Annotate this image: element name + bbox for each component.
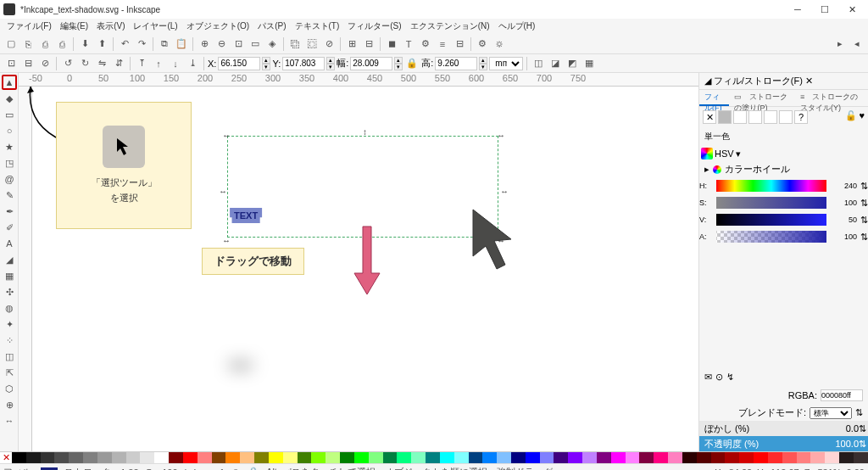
color-swatch[interactable] — [354, 452, 369, 463]
scale-corners-icon[interactable]: ◪ — [548, 56, 563, 71]
move-pattern-icon[interactable]: ▦ — [581, 56, 597, 71]
blur-row[interactable]: ぼかし (%)0.0⇅ — [699, 421, 868, 436]
swap-icon[interactable]: ↯ — [726, 372, 734, 383]
h-dn[interactable]: ▾ — [479, 64, 487, 70]
tweak-tool[interactable]: ✦ — [2, 316, 17, 332]
import-icon[interactable]: ⬇ — [77, 36, 92, 52]
color-swatch[interactable] — [626, 452, 640, 463]
bucket-tool[interactable]: ◍ — [2, 300, 17, 316]
color-swatch[interactable] — [383, 452, 398, 463]
menu-filters[interactable]: フィルター(S) — [344, 20, 404, 33]
color-swatch[interactable] — [810, 452, 825, 463]
lpe-tool[interactable]: ⬡ — [2, 381, 17, 396]
color-swatch[interactable] — [225, 452, 240, 463]
spiral-tool[interactable]: @ — [2, 171, 17, 187]
unlink-icon[interactable]: ⊘ — [321, 36, 337, 52]
duplicate-icon[interactable]: ⿻ — [287, 36, 303, 52]
color-swatch[interactable] — [311, 452, 326, 463]
color-swatch[interactable] — [668, 452, 682, 463]
mode-none[interactable]: ✕ — [703, 110, 716, 124]
scale-stroke-icon[interactable]: ◫ — [531, 56, 546, 71]
3dbox-tool[interactable]: ◳ — [2, 155, 17, 171]
undo-icon[interactable]: ↶ — [117, 36, 132, 52]
color-swatch[interactable] — [97, 452, 112, 463]
zoom-fit-icon[interactable]: ⊡ — [231, 36, 246, 52]
menu-text[interactable]: テキスト(T) — [292, 20, 343, 33]
color-swatch[interactable] — [426, 452, 440, 463]
select-all-icon[interactable]: ⊡ — [3, 56, 19, 71]
color-swatch[interactable] — [540, 452, 554, 463]
group-icon[interactable]: ⊞ — [344, 36, 359, 52]
x-input[interactable] — [218, 57, 260, 70]
paste-icon[interactable]: 📋 — [174, 36, 189, 52]
unit-select[interactable]: mm — [489, 57, 523, 70]
text-icon[interactable]: T — [401, 36, 416, 52]
color-swatch[interactable] — [369, 452, 383, 463]
layer-indicator[interactable]: Layer 1 — [193, 467, 225, 471]
dropper-tool[interactable]: ✣ — [2, 284, 17, 299]
color-swatch[interactable] — [269, 452, 283, 463]
handle-l[interactable]: ↔ — [219, 187, 225, 193]
mesh-tool[interactable]: ▦ — [2, 268, 17, 283]
zoom-value[interactable]: 531% — [817, 467, 841, 471]
color-swatch[interactable] — [825, 452, 839, 463]
mode-pattern[interactable] — [764, 110, 777, 124]
color-swatch[interactable] — [154, 452, 169, 463]
mode-radial[interactable] — [748, 110, 762, 124]
pencil-tool[interactable]: ✎ — [2, 187, 17, 203]
color-swatch[interactable] — [298, 452, 312, 463]
print-icon[interactable]: ⎙ — [54, 36, 70, 52]
menu-help[interactable]: ヘルプ(H) — [495, 20, 539, 33]
tab-stroke-paint[interactable]: ▭ ストロークの塗り(P) — [729, 90, 794, 106]
panel-close-icon[interactable]: ✕ — [805, 76, 813, 87]
y-dn[interactable]: ▾ — [326, 64, 335, 70]
color-swatch[interactable] — [254, 452, 269, 463]
copy-icon[interactable]: ⧉ — [157, 36, 172, 52]
deselect-icon[interactable]: ⊘ — [37, 56, 53, 71]
close-button[interactable]: ✕ — [839, 1, 865, 18]
lower-bottom-icon[interactable]: ⤓ — [185, 56, 200, 71]
ellipse-tool[interactable]: ○ — [2, 123, 17, 138]
x-dn[interactable]: ▾ — [262, 64, 270, 70]
x-up[interactable]: ▴ — [262, 57, 270, 64]
color-swatch[interactable] — [526, 452, 540, 463]
handle-bl[interactable]: ↔ — [222, 236, 229, 243]
color-swatch[interactable] — [326, 452, 340, 463]
color-swatch[interactable] — [654, 452, 668, 463]
clone-icon[interactable]: ⿴ — [304, 36, 320, 52]
menu-view[interactable]: 表示(V) — [93, 20, 128, 33]
color-swatch[interactable] — [69, 452, 83, 463]
color-swatch[interactable] — [140, 452, 154, 463]
mode-flat[interactable] — [718, 110, 732, 124]
alpha-slider[interactable] — [716, 231, 826, 243]
opacity-row[interactable]: 不透明度 (%)100.0⇅ — [699, 436, 868, 451]
spin-icon[interactable]: ⇅ — [860, 181, 868, 192]
hsv-dropdown-icon[interactable]: ▾ — [736, 148, 741, 159]
flip-v-icon[interactable]: ⇵ — [111, 56, 126, 71]
color-swatch[interactable] — [112, 452, 126, 463]
color-swatch[interactable] — [212, 452, 226, 463]
color-swatch[interactable] — [198, 452, 212, 463]
color-swatch[interactable] — [126, 452, 141, 463]
no-color-swatch[interactable]: ✕ — [0, 452, 12, 463]
color-swatch[interactable] — [582, 452, 597, 463]
zoom-drawing-icon[interactable]: ◈ — [264, 36, 280, 52]
menu-layer[interactable]: レイヤー(L) — [130, 20, 181, 33]
maximize-button[interactable]: ☐ — [812, 1, 837, 18]
gradient-tool[interactable]: ◢ — [2, 252, 17, 267]
canvas[interactable]: 「選択ツール」を選択 TEXT TEXT ↔ ↕ ↔ ↔ ↔ ↔ ↕ ↔ ド — [32, 87, 698, 451]
tab-fill[interactable]: フィル(F) — [699, 90, 729, 106]
color-swatch[interactable] — [482, 452, 497, 463]
color-swatch[interactable] — [454, 452, 469, 463]
text-tool[interactable]: A — [2, 236, 17, 251]
color-swatch[interactable] — [397, 452, 411, 463]
menu-extensions[interactable]: エクステンション(N) — [407, 20, 493, 33]
color-swatch[interactable] — [240, 452, 254, 463]
color-swatch[interactable] — [83, 452, 97, 463]
prefs-icon[interactable]: ⚙ — [475, 36, 490, 52]
save-icon[interactable]: ⎙ — [37, 36, 53, 52]
hue-slider[interactable] — [716, 180, 826, 192]
color-wheel-row[interactable]: ▸ カラーホイール — [699, 161, 868, 177]
color-swatch[interactable] — [768, 452, 782, 463]
mode-swatch[interactable] — [779, 110, 793, 124]
